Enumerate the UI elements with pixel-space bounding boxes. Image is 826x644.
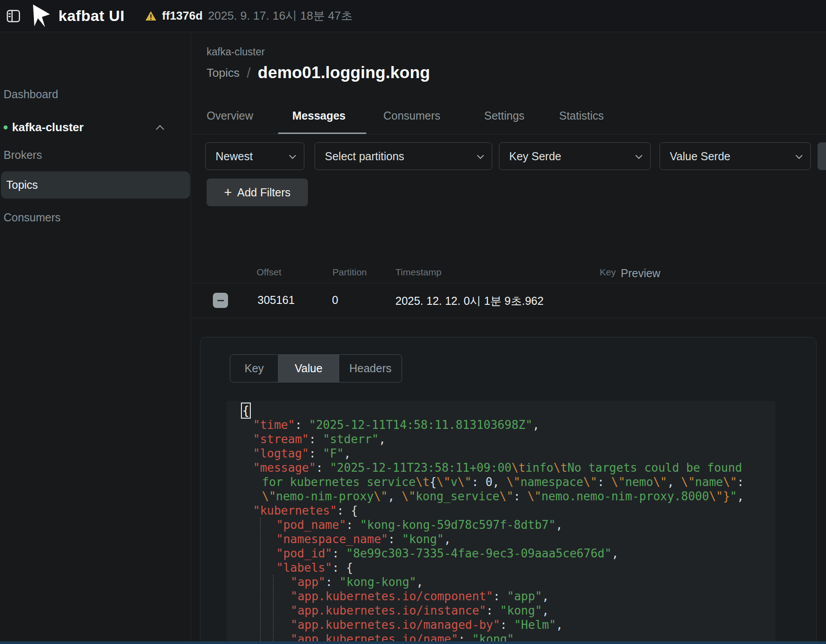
tab-overview[interactable]: Overview	[207, 109, 253, 122]
code-line: "app.kubernetes.io/component": "app",	[242, 589, 776, 603]
sidebar-item-label: Dashboard	[4, 88, 58, 101]
page-title: demo01.logging.kong	[258, 63, 430, 82]
sidebar-item-label: Consumers	[4, 211, 61, 224]
warning-icon	[145, 11, 157, 21]
breadcrumb-topics-link[interactable]: Topics	[207, 66, 240, 80]
indent-guide	[260, 518, 261, 641]
sidebar-item-label: Topics	[4, 179, 38, 191]
sidebar-item-label: Brokers	[4, 149, 42, 162]
preview-button[interactable]: Preview	[621, 267, 660, 280]
sidebar-item-dashboard[interactable]: Dashboard	[0, 84, 191, 104]
partitions-placeholder: Select partitions	[325, 150, 404, 163]
code-line: "message": "2025-12-11T23:58:11+09:00\ti…	[242, 461, 776, 475]
top-bar: kafbat UI ff1376d 2025. 9. 17. 16시 18분 4…	[0, 0, 826, 32]
column-header-timestamp: Timestamp	[395, 267, 441, 278]
kafbat-logo-icon	[32, 4, 51, 28]
tab-messages[interactable]: Messages	[292, 109, 346, 122]
sidebar-toggle-icon[interactable]	[7, 10, 20, 22]
filters-submit-button[interactable]	[818, 142, 826, 170]
column-header-offset: Offset	[257, 267, 282, 278]
chevron-up-icon[interactable]	[156, 125, 164, 133]
breadcrumb-separator: /	[247, 65, 251, 81]
partitions-dropdown[interactable]: Select partitions	[315, 142, 492, 170]
code-line: "app.kubernetes.io/managed-by": "Helm",	[242, 618, 776, 632]
tabs-divider	[191, 134, 826, 134]
code-line: "stream": "stderr",	[242, 432, 776, 446]
tab-statistics[interactable]: Statistics	[559, 109, 604, 122]
build-timestamp: 2025. 9. 17. 16시 18분 47초	[208, 8, 353, 24]
seek-type-value: Newest	[216, 150, 253, 163]
sidebar-nav: Dashboard kafka-cluster Brokers Topics C…	[0, 32, 191, 644]
column-header-partition: Partition	[332, 267, 367, 278]
value-serde-value: Value Serde	[670, 150, 731, 163]
chevron-down-icon	[289, 152, 296, 159]
key-serde-value: Key Serde	[509, 150, 561, 163]
indent-guide	[273, 575, 274, 641]
seek-type-dropdown[interactable]: Newest	[205, 142, 304, 170]
logo-link[interactable]: kafbat UI	[32, 4, 125, 28]
cell-timestamp: 2025. 12. 12. 0시 1분 9초.962	[395, 294, 544, 308]
collapse-row-button[interactable]	[213, 293, 228, 308]
row-divider	[191, 318, 826, 318]
breadcrumb: Topics / demo01.logging.kong	[207, 63, 430, 82]
sidebar-item-cluster[interactable]: kafka-cluster	[0, 117, 191, 137]
cluster-online-dot-icon	[4, 125, 8, 129]
sidebar-item-consumers[interactable]: Consumers	[0, 208, 191, 227]
bottom-accent-bar	[0, 641, 826, 644]
sidebar-item-brokers[interactable]: Brokers	[0, 145, 191, 165]
code-line: "pod_name": "kong-kong-59d78c597f-8dtb7"…	[242, 518, 776, 532]
code-line: "app.kubernetes.io/instance": "kong",	[242, 603, 776, 618]
cell-offset: 305161	[257, 294, 295, 307]
code-line: "kubernetes": {	[242, 503, 776, 518]
tab-settings[interactable]: Settings	[484, 109, 524, 122]
cell-partition: 0	[332, 294, 338, 307]
code-line: \"nemo-nim-proxy\", \"kong_service\": \"…	[242, 489, 776, 503]
chevron-down-icon	[477, 152, 484, 159]
message-row[interactable]: 305161 0 2025. 12. 12. 0시 1분 9초.962	[191, 283, 826, 318]
value-serde-dropdown[interactable]: Value Serde	[660, 142, 811, 170]
code-line: for kubernetes service\t{\"v\": 0, \"nam…	[242, 475, 776, 489]
code-line: "logtag": "F",	[242, 446, 776, 461]
key-serde-dropdown[interactable]: Key Serde	[499, 142, 651, 170]
brand-title: kafbat UI	[58, 7, 125, 25]
build-commit: ff1376d	[162, 9, 203, 23]
code-line: "app": "kong-kong",	[242, 575, 776, 589]
code-line: "labels": {	[242, 561, 776, 575]
tab-consumers[interactable]: Consumers	[383, 109, 440, 122]
code-viewer[interactable]: {"time": "2025-12-11T14:58:11.813103698Z…	[227, 401, 776, 644]
cluster-label: kafka-cluster	[207, 46, 265, 58]
code-line: "namespace_name": "kong",	[242, 532, 776, 546]
code-line: "time": "2025-12-11T14:58:11.813103698Z"…	[242, 418, 776, 432]
chevron-down-icon	[635, 152, 643, 159]
app-window: kafbat UI ff1376d 2025. 9. 17. 16시 18분 4…	[0, 0, 826, 644]
detail-tab-headers[interactable]: Headers	[339, 355, 402, 382]
column-header-key: Key	[580, 267, 616, 278]
plus-icon: +	[224, 186, 232, 199]
detail-tab-value[interactable]: Value	[278, 355, 339, 382]
code-line: {	[242, 403, 776, 418]
add-filters-label: Add Filters	[237, 186, 291, 199]
sidebar-item-topics[interactable]: Topics	[0, 171, 191, 199]
add-filters-button[interactable]: + Add Filters	[207, 179, 308, 206]
chevron-down-icon	[796, 152, 803, 159]
detail-tab-key[interactable]: Key	[230, 355, 278, 382]
code-line: "pod_id": "8e99c303-7335-4fae-9ec3-09aaa…	[242, 546, 776, 561]
message-detail-tabs: Key Value Headers	[230, 354, 402, 382]
sidebar-item-label: kafka-cluster	[12, 120, 83, 134]
minus-icon	[217, 300, 224, 301]
